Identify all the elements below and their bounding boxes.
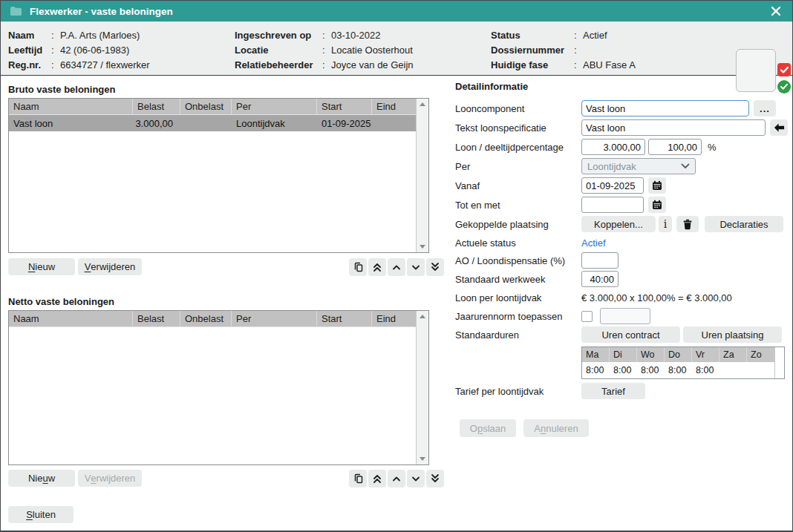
- loon-deeltijdpercentage-label: Loon / deeltijdpercentage: [455, 142, 581, 153]
- day-header: Vr: [692, 347, 719, 362]
- netto-table-header: Naam Belast Onbelast Per Start Eind: [9, 311, 416, 327]
- gekoppelde-plaatsing-label: Gekoppelde plaatsing: [455, 219, 581, 230]
- tekst-loonspecificatie-input[interactable]: [581, 119, 766, 136]
- standaarduren-table: Ma Di Wo Do Vr Za Zo 8:00 8:00 8:00 8:00…: [581, 347, 785, 379]
- uren-plaatsing-button[interactable]: Uren plaatsing: [683, 326, 782, 343]
- info-column-status: Status:Actief Dossiernummer: Huidige fas…: [491, 27, 636, 72]
- calendar-icon[interactable]: [648, 177, 666, 194]
- cell-start: 01-09-2025: [317, 115, 372, 131]
- koppelen-button[interactable]: Koppelen...: [581, 216, 656, 232]
- window-title: Flexwerker - vaste beloningen: [30, 6, 173, 17]
- day-header: Wo: [637, 347, 665, 362]
- cell-belast: 3.000,00: [133, 115, 180, 131]
- day-hours: 8:00: [637, 362, 665, 378]
- locatie-label: Locatie: [235, 45, 322, 56]
- actuele-status-value[interactable]: Actief: [581, 237, 606, 249]
- uren-contract-button[interactable]: Uren contract: [581, 326, 680, 343]
- day-hours: [747, 362, 774, 378]
- copy-icon[interactable]: [349, 470, 367, 487]
- deeltijdpercentage-input[interactable]: [648, 139, 702, 155]
- bruto-table-scrollbar[interactable]: [416, 99, 428, 252]
- arrow-left-icon[interactable]: [770, 119, 788, 136]
- per-select[interactable]: Loontijdvak: [581, 158, 696, 174]
- ao-loondispensatie-input[interactable]: [581, 252, 619, 269]
- declaraties-button[interactable]: Declaraties: [705, 216, 783, 232]
- looncomponent-browse-button[interactable]: ...: [754, 100, 776, 116]
- move-up-icon[interactable]: [388, 258, 405, 276]
- move-down-icon[interactable]: [407, 470, 425, 487]
- netto-section-title: Netto vaste beloningen: [8, 296, 114, 307]
- bruto-table-header: Naam Belast Onbelast Per Start Eind: [9, 99, 416, 115]
- netto-verwijderen-button[interactable]: Verwijderen: [78, 470, 142, 487]
- detail-title: Detailinformatie: [455, 81, 789, 99]
- bruto-table: Naam Belast Onbelast Per Start Eind Vast…: [8, 98, 429, 253]
- move-down-icon[interactable]: [407, 258, 425, 276]
- loon-per-loontijdvak-value: € 3.000,00 x 100,00% = € 3.000,00: [581, 292, 732, 303]
- move-up-icon[interactable]: [388, 470, 405, 487]
- move-bottom-icon[interactable]: [426, 470, 444, 487]
- looncomponent-label: Looncomponent: [455, 103, 581, 114]
- day-header-row: Ma Di Wo Do Vr Za Zo: [582, 347, 774, 362]
- netto-nieuw-button[interactable]: Nieuw: [8, 470, 75, 487]
- jaarurennorm-checkbox[interactable]: [581, 311, 593, 322]
- loon-amount-input[interactable]: [581, 139, 645, 155]
- percent-suffix: %: [708, 142, 717, 153]
- leeftijd-value: 42 (06-06-1983): [60, 45, 129, 56]
- column-header-naam: Naam: [9, 99, 133, 114]
- column-header-per: Per: [232, 311, 317, 326]
- title-bar: Flexwerker - vaste beloningen: [1, 1, 792, 22]
- close-icon[interactable]: [768, 4, 783, 19]
- column-header-belast: Belast: [133, 311, 180, 326]
- day-hours: 8:00: [665, 362, 692, 378]
- cell-per: Loontijdvak: [232, 115, 317, 131]
- jaarurennorm-input[interactable]: [600, 308, 650, 324]
- locatie-value: Locatie Oosterhout: [331, 45, 413, 56]
- column-header-belast: Belast: [133, 99, 180, 114]
- dossiernummer-label: Dossiernummer: [491, 45, 574, 56]
- bruto-table-row-selected[interactable]: Vast loon 3.000,00 Loontijdvak 01-09-202…: [9, 115, 416, 131]
- column-header-naam: Naam: [9, 311, 133, 326]
- cell-onbelast: [180, 115, 232, 131]
- netto-table-scrollbar[interactable]: [416, 311, 428, 464]
- vanaf-date-input[interactable]: [581, 177, 644, 194]
- opslaan-button[interactable]: Opslaan: [460, 419, 516, 437]
- status-value: Actief: [583, 30, 607, 41]
- detail-panel: Detailinformatie Looncomponent ... Tekst…: [455, 81, 789, 437]
- calendar-icon[interactable]: [648, 197, 666, 213]
- day-header: Zo: [747, 347, 774, 362]
- naam-label: Naam: [8, 30, 51, 41]
- scroll-up-icon[interactable]: [420, 102, 425, 106]
- bruto-verwijderen-button[interactable]: Verwijderen: [78, 258, 142, 275]
- info-icon[interactable]: i: [659, 216, 672, 232]
- scroll-up-icon[interactable]: [420, 315, 425, 318]
- trash-icon[interactable]: [676, 216, 699, 232]
- scroll-down-icon[interactable]: [420, 457, 425, 461]
- column-header-onbelast: Onbelast: [180, 99, 232, 114]
- column-header-start: Start: [317, 311, 372, 326]
- bruto-nieuw-button[interactable]: Nieuw: [8, 258, 75, 275]
- chevron-down-icon: [681, 163, 690, 169]
- day-values-row: 8:00 8:00 8:00 8:00 8:00: [582, 362, 774, 378]
- looncomponent-input[interactable]: [581, 100, 749, 116]
- per-label: Per: [455, 161, 581, 172]
- move-top-icon[interactable]: [368, 258, 386, 276]
- move-top-icon[interactable]: [368, 470, 386, 487]
- tot-en-met-date-input[interactable]: [581, 197, 644, 213]
- ingeschreven-label: Ingeschreven op: [235, 30, 322, 41]
- jaarurennorm-label: Jaarurennorm toepassen: [455, 311, 581, 322]
- column-header-start: Start: [317, 99, 372, 114]
- red-check-badge: [777, 63, 791, 76]
- sluiten-button[interactable]: Sluiten: [8, 506, 74, 523]
- loon-per-loontijdvak-label: Loon per loontijdvak: [455, 292, 581, 303]
- scroll-down-icon[interactable]: [420, 245, 425, 249]
- vanaf-label: Vanaf: [455, 180, 581, 191]
- move-bottom-icon[interactable]: [426, 258, 444, 276]
- tarief-button[interactable]: Tarief: [581, 383, 645, 399]
- standaarduren-label: Standaarduren: [455, 329, 581, 341]
- column-header-per: Per: [232, 99, 317, 114]
- annuleren-button[interactable]: Annuleren: [523, 419, 589, 437]
- standaard-werkweek-input[interactable]: [581, 271, 619, 287]
- day-hours: 8:00: [692, 362, 719, 378]
- copy-icon[interactable]: [349, 258, 367, 276]
- day-table-scrollbar[interactable]: [774, 347, 784, 378]
